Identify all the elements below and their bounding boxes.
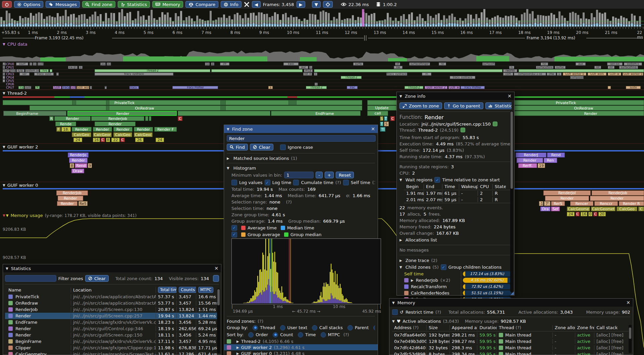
zone-box[interactable]: Render — [67, 111, 177, 116]
cpu-zone-box[interactable]: si — [79, 66, 83, 69]
cpu-zone-box[interactable]: kwoi — [283, 62, 299, 65]
found-zone-group[interactable]: ▶Thread-2(4,105) 6.46 s — [224, 338, 378, 344]
zone-trace-expander[interactable]: ▶ — [399, 259, 402, 262]
sort-by-radio-count[interactable] — [273, 332, 278, 338]
legend-checkbox[interactable] — [231, 225, 237, 231]
timing-button-partial[interactable] — [213, 275, 219, 282]
relative-time-checkbox[interactable] — [434, 177, 440, 183]
log-time-checkbox[interactable] — [265, 180, 270, 185]
zone-box[interactable]: CalcGeo( — [134, 132, 153, 137]
cpu-zone-box[interactable]: GUIF worker 2 — [425, 86, 447, 89]
cpu-zone-box[interactable]: au — [107, 62, 111, 65]
cpu-zone-box[interactable]: tracy_systrace — [95, 73, 173, 76]
cpu-zone-box[interactable]: surfacefline — [536, 66, 553, 69]
zone-box[interactable]: C — [390, 116, 395, 121]
cpu-zone-box[interactable] — [314, 69, 502, 72]
cumulate-time-checkbox[interactable] — [293, 180, 299, 185]
zone-box[interactable]: CalcGeomet — [591, 207, 615, 211]
found-zone-group[interactable]: ▶GUIF worker 2(3,296) 4.61 s — [224, 344, 378, 350]
cpu-zone-box[interactable] — [608, 86, 611, 89]
memory-allocation-row[interactable]: 0x7dfc53d8988 bytes298.34 ms59.95 sMain … — [392, 351, 630, 355]
cpu-zone-box[interactable]: composer — [570, 76, 584, 79]
cpu-zone-box[interactable]: [Hw — [547, 73, 556, 76]
cpu-zone-box[interactable]: Thread-2 — [95, 69, 210, 72]
self-time-checkbox[interactable] — [343, 180, 349, 185]
zone-box[interactable]: Render — [58, 196, 83, 201]
cpu-zone-box[interactable] — [50, 69, 52, 72]
memory-titlebar[interactable]: ▼Memory✕ — [389, 299, 633, 307]
cpu-zone-box[interactable]: nvi — [541, 62, 548, 65]
zone-box[interactable]: RenderJob — [91, 116, 144, 121]
zone-box[interactable]: Render — [72, 127, 92, 132]
group-by-radio-user-text[interactable] — [280, 325, 285, 330]
zone-box[interactable]: C — [178, 116, 182, 121]
zone-box[interactable]: Rend — [547, 152, 565, 158]
cpu-zone-box[interactable]: com — [503, 73, 513, 76]
sort-total-time-button[interactable]: Total tim — [158, 287, 176, 293]
cpu-zone-box[interactable]: Tracy Profiler — [172, 86, 218, 89]
cpu-zone-box[interactable]: et — [395, 62, 400, 65]
statistics-row[interactable]: CalcGeometryjni/../jni/src/claw/graphics… — [5, 351, 219, 355]
cpu-zone-box[interactable]: kw — [394, 66, 402, 69]
zone-box[interactable]: 20 — [598, 212, 606, 216]
memory-scrollbar[interactable] — [629, 325, 632, 353]
zone-box[interactable]: CalcGeome — [567, 207, 590, 211]
cpu-zone-box[interactable]: s — [309, 66, 312, 69]
cpu-zone-box[interactable]: M — [35, 86, 40, 89]
cpu-zone-box[interactable]: s — [3, 66, 5, 69]
cpu-zone-box[interactable] — [3, 76, 5, 79]
zone-box[interactable]: S — [380, 116, 383, 121]
ignore-case-checkbox[interactable] — [280, 144, 286, 150]
cpu-zone-box[interactable]: surfaceflinger — [409, 62, 430, 65]
zone-box[interactable]: RerS — [551, 201, 565, 206]
zone-box[interactable]: Renccr — [594, 201, 618, 206]
close-icon[interactable]: ✕ — [626, 300, 630, 305]
cpu-zone-box[interactable]: tracy_systrace — [450, 76, 475, 79]
zone-box[interactable]: PrivateTick — [3, 100, 362, 105]
statistics-row[interactable]: EndFramejni/../jni/src/claw/gfx/drv/vk/D… — [5, 319, 219, 325]
zone-box[interactable] — [106, 105, 109, 110]
cpu-zone-box[interactable]: GUIF worker 0 — [563, 73, 586, 76]
zone-box[interactable]: C — [593, 212, 597, 216]
find-zone-titlebar[interactable]: ▼Find zone✕ — [224, 125, 378, 133]
cpu-zone-box[interactable]: Tracy Profiler — [461, 86, 485, 89]
cpu-zone-box[interactable]: GUI — [70, 86, 76, 89]
zone-statistics-button[interactable]: Statistics — [485, 102, 512, 109]
cpu-zone-box[interactable]: Tra — [18, 86, 24, 89]
resize-grip[interactable] — [511, 292, 514, 295]
find-zone-search-input[interactable]: Render — [227, 135, 376, 142]
zone-box[interactable]: 8 — [106, 138, 110, 142]
cpu-zone-box[interactable]: GUIF worker 0 — [623, 73, 643, 76]
cpu-zone-box[interactable]: s — [314, 73, 317, 76]
cpu-zone-box[interactable]: Tracy — [62, 86, 70, 89]
close-icon[interactable]: ✕ — [507, 93, 512, 99]
zone-box[interactable]: C — [638, 207, 644, 211]
child-zone-row[interactable]: RecalcTransform72.92 us (1.62%) — [399, 283, 512, 290]
statistics-row[interactable]: Renderjni/../jni/src/guif/Control.cpp:34… — [5, 325, 219, 332]
cpu-zone-box[interactable]: a — [268, 86, 273, 89]
zone-box[interactable]: CalcGeo — [113, 132, 132, 137]
cpu-zone-box[interactable]: * — [105, 86, 107, 89]
frame-label[interactable]: Frame 3,194 (13.92 ms) — [527, 36, 575, 40]
clear-filter-button[interactable]: Clear — [85, 275, 109, 282]
zone-box[interactable]: RenderJob — [56, 190, 88, 195]
cpu-zone-box[interactable]: sen-sis — [607, 62, 623, 65]
cpu-zone-box[interactable]: syste — [626, 86, 641, 89]
zone-box[interactable]: RenderJ — [516, 152, 546, 158]
cpu-zone-box[interactable] — [211, 69, 303, 72]
statistics-row[interactable]: PrivateTickjni/../jni/src/claw/applicati… — [5, 294, 219, 300]
zone-box[interactable]: Update — [367, 105, 396, 110]
group-by-radio-thread[interactable] — [253, 325, 258, 330]
statistics-row[interactable]: OnRedrawjni/../jni/src/claw/application/… — [5, 300, 219, 306]
statistics-row[interactable]: Clipperjni/../jni/src/claw/gfx/geo/Clipp… — [5, 345, 219, 351]
cpu-zone-box[interactable]: Thre — [40, 69, 49, 72]
wait-regions-expander[interactable]: ▼ — [399, 178, 402, 182]
group-expander[interactable]: ▶ — [236, 340, 239, 343]
zone-box[interactable] — [106, 100, 109, 105]
cpu-zone-box[interactable]: surf — [3, 69, 9, 72]
cpu-zone-box[interactable]: cfr — [220, 62, 229, 65]
legend-checkbox[interactable] — [231, 232, 237, 237]
zone-box[interactable]: Render — [134, 127, 153, 132]
memory-allocation-row[interactable]: 0x7dfaa64e00192 bytes298.21 ms59.95 sMai… — [392, 332, 630, 338]
child-zone-row[interactable]: Self time172.14 us (3.83%) — [399, 271, 512, 277]
